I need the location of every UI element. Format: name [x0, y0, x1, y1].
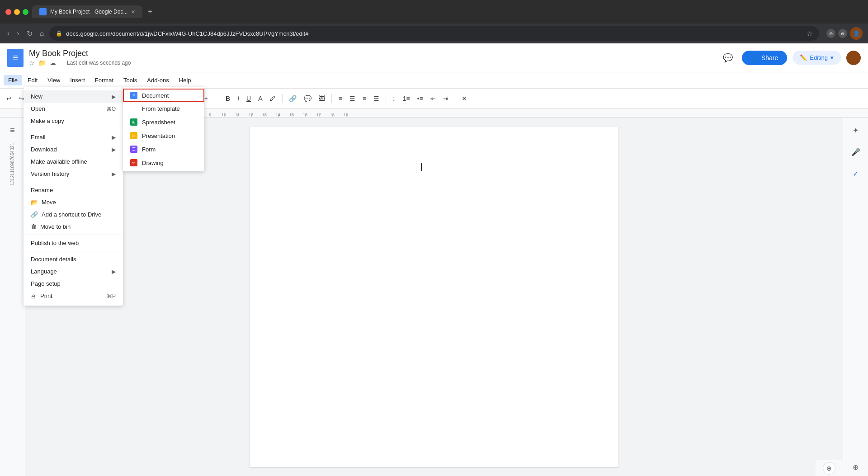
- file-menu-page-setup[interactable]: Page setup: [24, 278, 123, 290]
- file-make-copy-label: Make a copy: [31, 118, 64, 124]
- new-document-item[interactable]: ≡ Document: [123, 89, 204, 102]
- comment-button[interactable]: 💬: [719, 49, 736, 66]
- back-button[interactable]: ‹: [5, 28, 11, 39]
- menu-edit[interactable]: Edit: [23, 75, 42, 85]
- bookmark-icon[interactable]: ☆: [807, 29, 813, 38]
- expand-button[interactable]: ⊕: [847, 458, 865, 476]
- outline-button[interactable]: ≡: [4, 121, 22, 139]
- file-menu-section-2: Email ▶ Download ▶ Make available offlin…: [24, 129, 123, 182]
- file-open-label: Open: [31, 105, 45, 112]
- close-traffic-light[interactable]: [5, 9, 11, 15]
- new-from-template-item[interactable]: From template: [123, 102, 204, 115]
- menu-format[interactable]: Format: [90, 75, 118, 85]
- undo-button[interactable]: ↩: [4, 93, 14, 104]
- extension-icon-1[interactable]: ⊕: [826, 29, 835, 38]
- bullet-list-button[interactable]: •≡: [415, 93, 426, 104]
- folder-icon[interactable]: 📁: [38, 59, 46, 66]
- download-submenu-arrow: ▶: [112, 146, 116, 153]
- menu-tools[interactable]: Tools: [119, 75, 142, 85]
- file-menu-version-history[interactable]: Version history ▶: [24, 168, 123, 180]
- menu-addons[interactable]: Add-ons: [142, 75, 173, 85]
- user-avatar[interactable]: [846, 51, 861, 65]
- file-menu-open[interactable]: Open ⌘O: [24, 103, 123, 115]
- address-bar[interactable]: 🔒 docs.google.com/document/d/1jwDCFxlxW4…: [49, 26, 819, 41]
- file-menu-move[interactable]: 📂 Move: [24, 196, 123, 208]
- cloud-icon[interactable]: ☁: [50, 59, 56, 66]
- align-right-button[interactable]: ≡: [360, 93, 369, 104]
- new-form-item[interactable]: ☰ Form: [123, 142, 204, 156]
- maximize-traffic-light[interactable]: [23, 9, 28, 15]
- text-cursor: [421, 163, 422, 171]
- highlight-button[interactable]: 🖊: [267, 93, 278, 104]
- new-presentation-item[interactable]: ▷ Presentation: [123, 129, 204, 142]
- file-menu-email[interactable]: Email ▶: [24, 131, 123, 143]
- line-spacing-button[interactable]: ↕: [390, 93, 398, 104]
- file-menu-doc-details[interactable]: Document details: [24, 253, 123, 265]
- file-open-shortcut: ⌘O: [106, 106, 116, 112]
- star-icon[interactable]: ☆: [29, 59, 35, 66]
- minimize-traffic-light[interactable]: [14, 9, 20, 15]
- editing-label: Editing: [810, 54, 828, 61]
- extension-icon-2[interactable]: ⊗: [838, 29, 847, 38]
- file-menu-make-copy[interactable]: Make a copy: [24, 115, 123, 127]
- file-menu-move-to-bin[interactable]: 🗑 Move to bin: [24, 221, 123, 233]
- browser-tab[interactable]: My Book Project - Google Doc... ×: [32, 5, 142, 18]
- refresh-button[interactable]: ↻: [25, 28, 34, 40]
- numbered-list-button[interactable]: 1≡: [400, 93, 413, 104]
- ruler-mark: 9: [203, 113, 217, 117]
- document-title[interactable]: My Book Project: [29, 49, 131, 58]
- voice-button[interactable]: 🎤: [847, 143, 865, 161]
- address-bar-row: ‹ › ↻ ⌂ 🔒 docs.google.com/document/d/1jw…: [0, 24, 868, 43]
- increase-indent-button[interactable]: ⇥: [440, 93, 451, 104]
- file-menu-download[interactable]: Download ▶: [24, 143, 123, 156]
- italic-button[interactable]: I: [235, 93, 242, 104]
- document-page[interactable]: [250, 127, 618, 467]
- file-menu-rename[interactable]: Rename: [24, 184, 123, 196]
- file-menu-print[interactable]: 🖨 Print ⌘P: [24, 290, 123, 302]
- browser-user-avatar[interactable]: 👤: [850, 27, 863, 40]
- file-menu-new[interactable]: New ▶: [24, 90, 123, 103]
- chevron-down-icon: ▾: [830, 54, 834, 61]
- file-new-label: New: [31, 93, 42, 100]
- align-justify-button[interactable]: ☰: [371, 93, 382, 104]
- file-menu-add-shortcut[interactable]: 🔗 Add a shortcut to Drive: [24, 208, 123, 221]
- align-center-button[interactable]: ☰: [347, 93, 358, 104]
- toolbar-divider-7: [386, 94, 386, 103]
- menu-insert[interactable]: Insert: [66, 75, 90, 85]
- align-left-button[interactable]: ≡: [335, 93, 344, 104]
- forward-button[interactable]: ›: [15, 28, 21, 39]
- image-button[interactable]: 🖼: [316, 93, 328, 104]
- menu-file[interactable]: File: [4, 75, 22, 85]
- editing-dropdown[interactable]: ✏️ Editing ▾: [793, 51, 841, 65]
- file-menu-available-offline[interactable]: Make available offline: [24, 156, 123, 168]
- explore-button[interactable]: ✦: [847, 121, 865, 139]
- tab-close-button[interactable]: ×: [131, 8, 135, 15]
- traffic-lights: [5, 9, 28, 15]
- new-drawing-item[interactable]: ✏ Drawing: [123, 156, 204, 170]
- menu-help[interactable]: Help: [175, 75, 196, 85]
- zoom-button[interactable]: ⊕: [823, 462, 835, 475]
- toolbar-divider-5: [282, 94, 283, 103]
- file-email-label: Email: [31, 134, 46, 141]
- file-menu-publish[interactable]: Publish to the web: [24, 237, 123, 249]
- decrease-indent-button[interactable]: ⇤: [428, 93, 439, 104]
- comment-toolbar-button[interactable]: 💬: [301, 93, 314, 104]
- font-color-button[interactable]: A: [255, 93, 265, 104]
- submenu-arrow: ▶: [112, 94, 116, 100]
- file-download-label: Download: [31, 146, 57, 153]
- bold-button[interactable]: B: [223, 93, 233, 104]
- new-tab-button[interactable]: +: [148, 7, 153, 17]
- clear-formatting-button[interactable]: ✕: [459, 93, 470, 104]
- share-icon: 👤: [751, 54, 759, 61]
- home-button[interactable]: ⌂: [38, 28, 46, 39]
- share-button[interactable]: 👤 Share: [742, 51, 787, 65]
- underline-button[interactable]: U: [244, 93, 254, 104]
- menu-view[interactable]: View: [43, 75, 65, 85]
- file-menu-section-4: Publish to the web: [24, 235, 123, 251]
- file-menu-language[interactable]: Language ▶: [24, 265, 123, 278]
- ruler-mark: 14: [271, 113, 285, 117]
- right-sidebar: ✦ 🎤 ✓ ⊕: [843, 118, 868, 476]
- tasks-button[interactable]: ✓: [847, 165, 865, 183]
- new-spreadsheet-item[interactable]: ⊞ Spreadsheet: [123, 115, 204, 129]
- link-button[interactable]: 🔗: [286, 93, 299, 104]
